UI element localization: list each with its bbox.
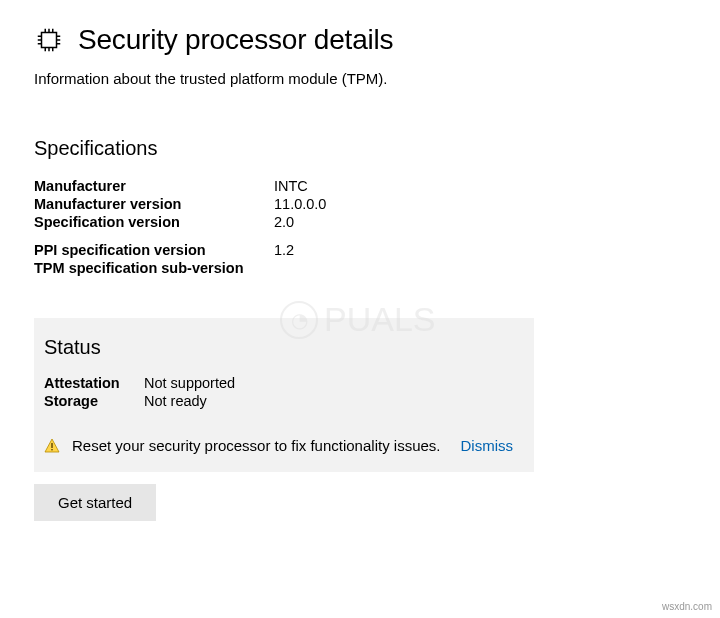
svg-rect-0 <box>42 33 57 48</box>
dismiss-link[interactable]: Dismiss <box>460 437 513 454</box>
status-section: Status Attestation Not supported Storage… <box>34 318 534 472</box>
spec-label: Specification version <box>34 214 274 230</box>
svg-rect-14 <box>51 443 52 448</box>
status-value: Not supported <box>144 375 524 391</box>
spec-label: TPM specification sub-version <box>34 260 274 276</box>
status-value: Not ready <box>144 393 524 409</box>
alert-row: Reset your security processor to fix fun… <box>44 437 524 454</box>
spec-value: 11.0.0.0 <box>274 196 686 212</box>
status-label: Storage <box>44 393 144 409</box>
status-title: Status <box>44 336 524 359</box>
spec-value: INTC <box>274 178 686 194</box>
get-started-button[interactable]: Get started <box>34 484 156 521</box>
spec-label: PPI specification version <box>34 242 274 258</box>
page-title: Security processor details <box>78 24 393 56</box>
spec-value: 1.2 <box>274 242 686 258</box>
attribution: wsxdn.com <box>662 601 712 612</box>
chip-icon <box>34 25 64 55</box>
alert-message: Reset your security processor to fix fun… <box>72 437 440 454</box>
spec-group-2: PPI specification version 1.2 TPM specif… <box>34 242 686 276</box>
spec-value <box>274 260 686 276</box>
spec-group-1: Manufacturer INTC Manufacturer version 1… <box>34 178 686 230</box>
warning-icon <box>44 438 60 454</box>
status-grid: Attestation Not supported Storage Not re… <box>44 375 524 409</box>
spec-label: Manufacturer <box>34 178 274 194</box>
svg-rect-15 <box>51 449 52 450</box>
status-label: Attestation <box>44 375 144 391</box>
spec-label: Manufacturer version <box>34 196 274 212</box>
specifications-title: Specifications <box>34 137 686 160</box>
page-header: Security processor details <box>34 24 686 56</box>
spec-value: 2.0 <box>274 214 686 230</box>
page-subtitle: Information about the trusted platform m… <box>34 70 686 87</box>
